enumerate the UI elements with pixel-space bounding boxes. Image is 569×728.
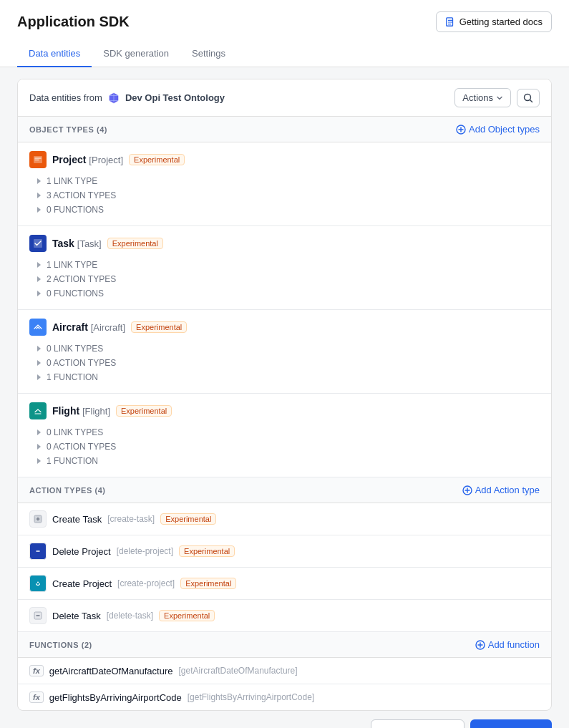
tab-data-entities[interactable]: Data entities — [17, 41, 92, 67]
chevron-icon — [35, 429, 42, 436]
tabs-row: Data entities SDK generation Settings — [17, 41, 552, 67]
ontology-name: Dev Opi Test Ontology — [125, 92, 225, 103]
data-entities-info: Data entities from Dev Opi Test Ontology — [29, 92, 225, 104]
flight-action-types: 0 ACTION TYPES — [35, 440, 540, 454]
create-project-key: [create-project] — [117, 578, 175, 588]
delete-project-name: Delete Project — [52, 546, 111, 557]
create-task-badge: Experimental — [160, 513, 216, 525]
delete-project-badge: Experimental — [179, 545, 235, 557]
delete-task-key: [delete-task] — [107, 611, 153, 621]
flights-airport-key: [getFlightsByArrivingAirportCode] — [188, 692, 314, 702]
aircraft-name: Aircraft [Aircraft] — [52, 321, 125, 333]
task-badge: Experimental — [107, 238, 163, 249]
ontology-cube-icon — [108, 92, 120, 104]
project-action-types: 3 ACTION TYPES — [35, 188, 540, 203]
functions-section-title: FUNCTIONS (2) — [29, 641, 92, 649]
aircraft-icon — [29, 319, 47, 336]
object-types-section-header: OBJECT TYPES (4) Add Object types — [18, 117, 551, 142]
task-link-types: 1 LINK TYPE — [35, 258, 540, 272]
project-name: Project [Project] — [52, 154, 123, 165]
flight-icon — [29, 402, 47, 419]
create-project-icon — [29, 575, 47, 592]
chevron-icon — [35, 457, 42, 465]
getting-started-button[interactable]: Getting started docs — [436, 11, 552, 32]
delete-project-icon — [29, 543, 47, 560]
object-item-project: Project [Project] Experimental 1 LINK TY… — [18, 142, 551, 226]
aircraft-date-name: getAircraftDateOfManufacture — [49, 666, 173, 676]
project-badge: Experimental — [129, 154, 185, 165]
delete-task-icon — [29, 607, 47, 624]
flight-functions: 1 FUNCTION — [35, 454, 540, 468]
project-link-types: 1 LINK TYPE — [35, 174, 540, 188]
flight-sub-items: 0 LINK TYPES 0 ACTION TYPES 1 FUNCTION — [29, 425, 540, 468]
action-item-delete-project: Delete Project [delete-project] Experime… — [18, 535, 551, 568]
object-item-aircraft: Aircraft [Aircraft] Experimental 0 LINK … — [18, 310, 551, 394]
data-entities-header: Data entities from Dev Opi Test Ontology… — [18, 79, 551, 117]
main-content: Data entities from Dev Opi Test Ontology… — [0, 67, 569, 728]
aircraft-key: [Aircraft] — [91, 322, 125, 333]
delete-task-name: Delete Task — [52, 611, 101, 621]
svg-point-9 — [37, 582, 39, 583]
add-object-types-button[interactable]: Add Object types — [456, 124, 540, 135]
flight-link-types: 0 LINK TYPES — [35, 425, 540, 440]
task-key: [Task] — [77, 238, 102, 249]
create-project-badge: Experimental — [180, 578, 236, 589]
action-types-section-header: ACTION TYPES (4) Add Action type — [18, 477, 551, 503]
search-icon — [523, 93, 533, 103]
flight-name: Flight [Flight] — [52, 405, 110, 417]
create-task-icon — [29, 510, 47, 528]
tab-sdk-generation[interactable]: SDK generation — [92, 41, 180, 67]
chevron-down-icon — [496, 94, 503, 102]
plus-circle-icon — [475, 640, 485, 650]
object-item-flight: Flight [Flight] Experimental 0 LINK TYPE… — [18, 394, 551, 477]
aircraft-link-types: 0 LINK TYPES — [35, 341, 540, 356]
chevron-icon — [35, 359, 42, 367]
chevron-icon — [35, 178, 42, 185]
object-types-section-title: OBJECT TYPES (4) — [29, 125, 107, 134]
chevron-icon — [35, 290, 42, 297]
save-changes-button[interactable]: Save changes — [470, 719, 552, 728]
project-functions: 0 FUNCTIONS — [35, 203, 540, 217]
flights-airport-name: getFlightsByArrivingAirportCode — [49, 692, 182, 703]
add-function-button[interactable]: Add function — [475, 639, 540, 650]
data-entities-actions: Actions — [454, 88, 540, 107]
fx-icon: fx — [29, 691, 44, 703]
task-name: Task [Task] — [52, 238, 102, 249]
action-item-delete-task: Delete Task [delete-task] Experimental — [18, 600, 551, 632]
task-functions: 0 FUNCTIONS — [35, 286, 540, 301]
chevron-icon — [35, 443, 42, 450]
add-action-type-button[interactable]: Add Action type — [462, 485, 540, 495]
chevron-icon — [35, 345, 42, 352]
delete-project-key: [delete-project] — [117, 546, 173, 556]
discard-changes-button[interactable]: Discard changes — [371, 719, 465, 728]
function-item-flights-airport: fx getFlightsByArrivingAirportCode [getF… — [18, 684, 551, 710]
project-key: [Project] — [89, 155, 123, 165]
search-button[interactable] — [517, 89, 540, 107]
aircraft-functions: 1 FUNCTION — [35, 370, 540, 384]
data-entities-card: Data entities from Dev Opi Test Ontology… — [17, 79, 552, 711]
aircraft-date-key: [getAircraftDateOfManufacture] — [178, 666, 297, 676]
action-types-section-title: ACTION TYPES (4) — [29, 486, 106, 495]
data-entities-prefix: Data entities from — [29, 92, 102, 103]
create-task-name: Create Task — [52, 514, 102, 525]
create-task-key: [create-task] — [107, 514, 155, 524]
tab-settings[interactable]: Settings — [180, 41, 237, 67]
action-item-create-task: Create Task [create-task] Experimental — [18, 503, 551, 535]
delete-task-badge: Experimental — [159, 610, 215, 621]
chevron-icon — [35, 192, 42, 199]
project-sub-items: 1 LINK TYPE 3 ACTION TYPES 0 FUNCTIONS — [29, 174, 540, 217]
plus-circle-icon — [456, 125, 466, 135]
object-item-task: Task [Task] Experimental 1 LINK TYPE 2 A… — [18, 226, 551, 310]
project-icon — [29, 151, 47, 168]
page-title: Application SDK — [17, 14, 130, 30]
actions-dropdown-button[interactable]: Actions — [454, 88, 511, 107]
function-item-aircraft-date: fx getAircraftDateOfManufacture [getAirc… — [18, 658, 551, 684]
aircraft-action-types: 0 ACTION TYPES — [35, 356, 540, 370]
create-project-name: Create Project — [52, 578, 112, 589]
task-sub-items: 1 LINK TYPE 2 ACTION TYPES 0 FUNCTIONS — [29, 258, 540, 301]
aircraft-sub-items: 0 LINK TYPES 0 ACTION TYPES 1 FUNCTION — [29, 341, 540, 384]
action-item-create-project: Create Project [create-project] Experime… — [18, 568, 551, 600]
aircraft-badge: Experimental — [131, 321, 187, 333]
chevron-icon — [35, 276, 42, 283]
chevron-icon — [35, 206, 42, 213]
